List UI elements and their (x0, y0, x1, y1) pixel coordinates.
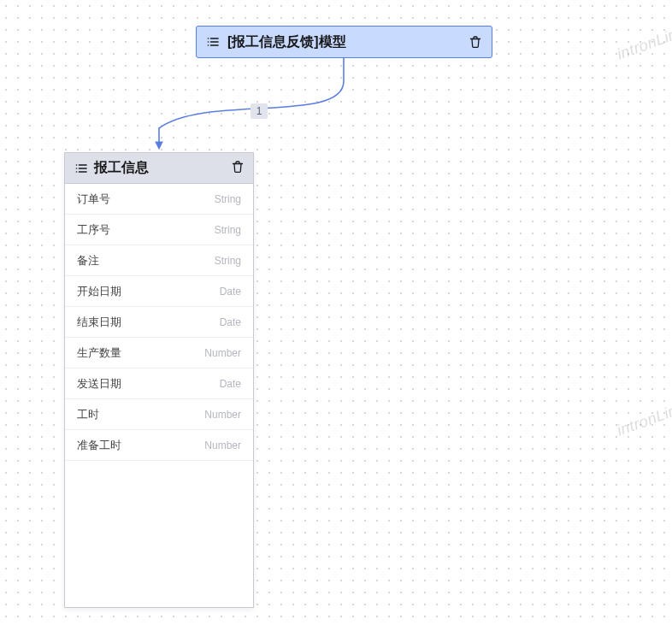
svg-point-8 (76, 168, 78, 169)
trash-icon (469, 35, 482, 49)
field-name: 生产数量 (77, 345, 121, 361)
delete-entity-button[interactable] (231, 160, 245, 177)
diagram-canvas[interactable]: intronLink intronLink intronLink 1 [报工信息… (0, 0, 672, 625)
trash-icon (231, 160, 245, 174)
delete-root-button[interactable] (468, 34, 483, 50)
entity-field-row[interactable]: 订单号String (65, 184, 253, 215)
list-icon (205, 34, 221, 50)
root-model-node[interactable]: [报工信息反馈]模型 (196, 26, 492, 58)
entity-field-row[interactable]: 准备工时Number (65, 430, 253, 461)
entity-field-row[interactable]: 备注String (65, 245, 253, 276)
field-name: 开始日期 (77, 284, 121, 299)
field-name: 备注 (77, 253, 99, 268)
entity-field-row[interactable]: 生产数量Number (65, 338, 253, 369)
entity-header[interactable]: 报工信息 (65, 153, 253, 184)
entity-field-list: 订单号String工序号String备注String开始日期Date结束日期Da… (65, 184, 253, 461)
entity-field-row[interactable]: 工时Number (65, 399, 253, 430)
root-model-title: [报工信息反馈]模型 (227, 33, 468, 51)
field-type: String (215, 255, 241, 267)
field-type: Date (220, 316, 241, 328)
svg-point-6 (76, 164, 78, 166)
field-name: 订单号 (77, 192, 110, 207)
field-type: Number (204, 409, 241, 421)
field-type: Date (220, 378, 241, 390)
field-type: String (215, 224, 241, 236)
watermark: intronLink (615, 22, 672, 63)
field-name: 工序号 (77, 222, 110, 238)
field-name: 工时 (77, 407, 99, 422)
entity-field-row[interactable]: 结束日期Date (65, 307, 253, 338)
field-name: 准备工时 (77, 438, 121, 453)
watermark: intronLink (615, 398, 672, 439)
field-type: Number (204, 347, 241, 359)
svg-point-4 (208, 44, 209, 46)
entity-field-row[interactable]: 发送日期Date (65, 369, 253, 399)
list-icon (74, 161, 89, 176)
field-name: 发送日期 (77, 376, 121, 392)
entity-field-row[interactable]: 工序号String (65, 215, 253, 245)
svg-point-2 (208, 41, 209, 43)
field-type: Number (204, 439, 241, 451)
field-name: 结束日期 (77, 315, 121, 330)
entity-field-row[interactable]: 开始日期Date (65, 276, 253, 307)
entity-node[interactable]: 报工信息 订单号String工序号String备注String开始日期Date结… (64, 152, 254, 608)
field-type: Date (220, 286, 241, 298)
field-type: String (215, 193, 241, 205)
entity-title: 报工信息 (94, 159, 231, 177)
edge-label: 1 (251, 103, 268, 119)
svg-point-10 (76, 171, 78, 173)
svg-point-0 (208, 38, 209, 39)
